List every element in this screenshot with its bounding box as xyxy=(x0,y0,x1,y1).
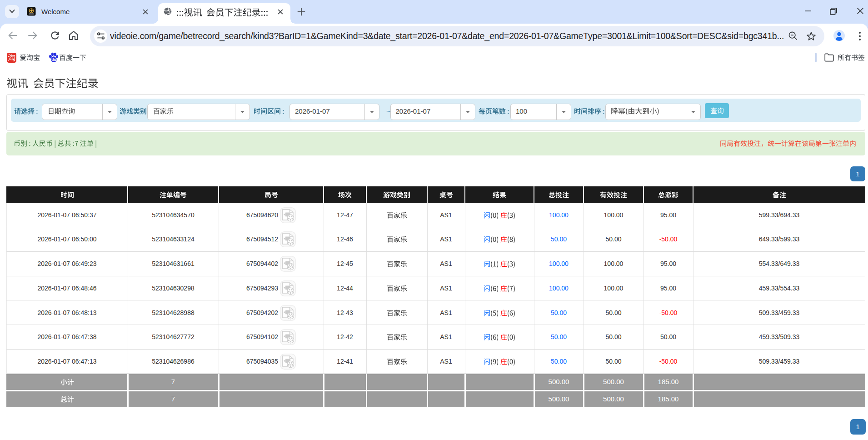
svg-text:du: du xyxy=(51,57,56,62)
